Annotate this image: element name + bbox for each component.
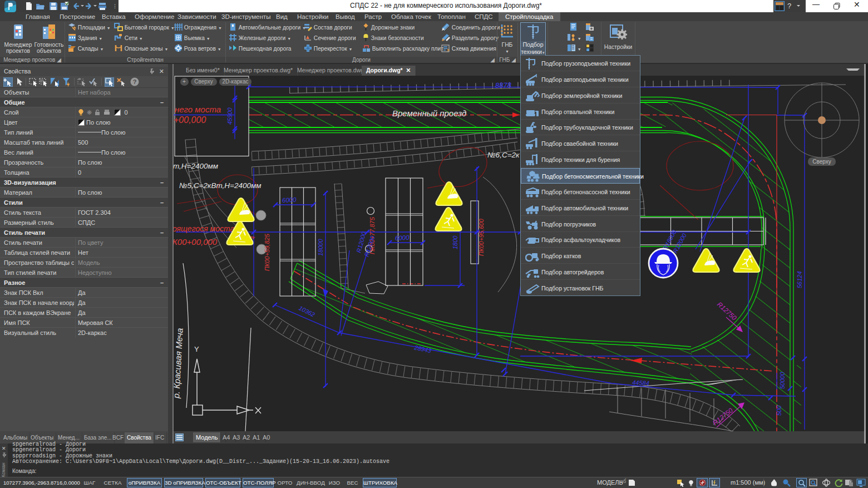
svg-text:45900: 45900 [226, 107, 233, 125]
svg-text:Временный проезд: Временный проезд [392, 109, 466, 118]
svg-text:оящегося моста: оящегося моста [174, 224, 234, 233]
svg-text:К00+00,000: К00+00,000 [174, 237, 218, 247]
svg-text:Сверху: Сверху [194, 78, 213, 85]
svg-text:50000: 50000 [779, 372, 786, 389]
svg-text:6000: 6000 [282, 196, 297, 204]
svg-text:8878: 8878 [495, 81, 512, 90]
svg-text:ПК00+59,825: ПК00+59,825 [264, 233, 270, 271]
svg-text:Y: Y [194, 345, 199, 353]
svg-text:+: + [183, 78, 186, 85]
svg-text:+00,000: +00,000 [174, 115, 206, 125]
svg-text:6000: 6000 [394, 234, 410, 241]
svg-text:1800: 1800 [452, 235, 458, 249]
svg-text:2D-каркас: 2D-каркас [223, 78, 249, 85]
svg-text:44584: 44584 [632, 379, 649, 387]
svg-text:500: 500 [776, 405, 782, 416]
svg-text:т,Н=2400мм: т,Н=2400мм [174, 162, 218, 170]
svg-text:№5,С=2кВт,Н=2400мм: №5,С=2кВт,Н=2400мм [179, 181, 261, 190]
svg-text:ПК00+95,600: ПК00+95,600 [478, 218, 485, 256]
svg-text:него моста: него моста [175, 105, 221, 114]
svg-text:Сверху: Сверху [812, 159, 831, 165]
svg-text:18000: 18000 [317, 239, 324, 256]
svg-text:56124: 56124 [796, 271, 803, 288]
svg-text:№6,С=2к: №6,С=2к [487, 151, 520, 159]
svg-text:?: ? [133, 78, 137, 85]
